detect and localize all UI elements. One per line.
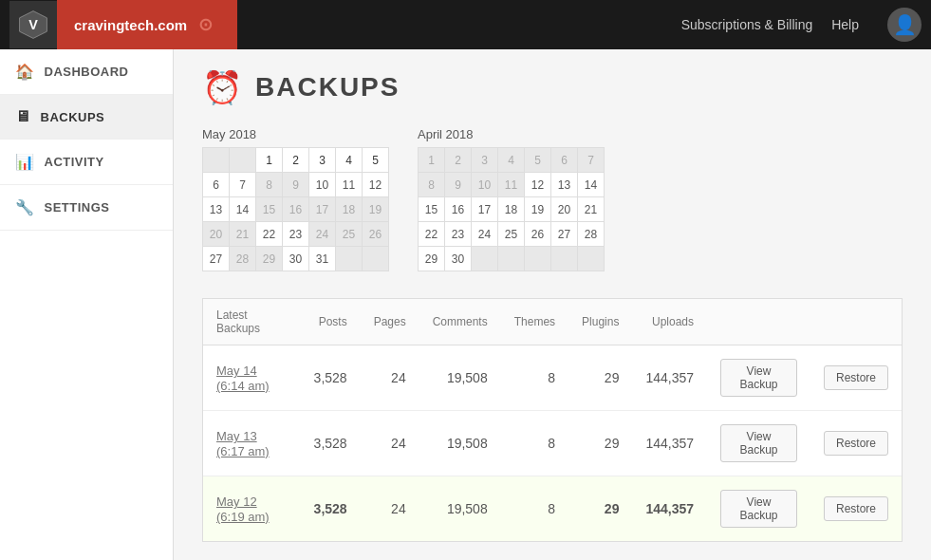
view-backup-cell: View Backup [707, 345, 810, 411]
cal-cell: 13 [203, 197, 230, 222]
restore-button[interactable]: Restore [824, 496, 888, 521]
cal-cell: 3 [309, 148, 336, 173]
cal-cell: 3 [472, 148, 498, 173]
cal-cell: 10 [309, 173, 336, 197]
cal-row: 20 21 22 23 24 25 26 [203, 222, 389, 247]
restore-button[interactable]: Restore [824, 365, 888, 390]
cal-cell [336, 247, 363, 271]
sidebar-item-activity[interactable]: 📊 ACTIVITY [0, 140, 173, 185]
col-comments: Comments [419, 299, 501, 345]
backup-date: May 12 (6:19 am) [203, 476, 301, 542]
view-backup-button[interactable]: View Backup [720, 424, 797, 462]
cal-cell: 30 [445, 247, 472, 271]
cal-cell: 20 [203, 222, 230, 247]
backup-table: Latest Backups Posts Pages Comments Them… [203, 299, 902, 541]
cal-row: 6 7 8 9 10 11 12 [203, 173, 389, 197]
backup-date-link[interactable]: May 12 (6:19 am) [216, 495, 270, 524]
backup-date: May 14 (6:14 am) [203, 345, 301, 411]
posts-cell: 3,528 [301, 411, 361, 476]
cal-cell [363, 247, 389, 271]
comments-cell: 19,508 [419, 345, 501, 411]
sidebar: 🏠 DASHBOARD 🖥 BACKUPS 📊 ACTIVITY 🔧 SETTI… [0, 49, 174, 560]
view-backup-cell: View Backup [707, 411, 810, 476]
cal-cell: 5 [525, 148, 551, 173]
view-backup-cell: View Backup [707, 476, 810, 542]
may-label: May 2018 [202, 127, 389, 141]
uploads-cell-highlighted: 144,357 [632, 476, 707, 542]
cal-row: 27 28 29 30 31 [203, 247, 389, 271]
sidebar-item-backups[interactable]: 🖥 BACKUPS [0, 95, 173, 140]
activity-icon: 📊 [15, 153, 35, 171]
uploads-cell: 144,357 [632, 411, 707, 476]
cal-cell: 7 [578, 148, 605, 173]
col-latest-backups: Latest Backups [203, 299, 301, 345]
restore-button[interactable]: Restore [824, 431, 888, 456]
pages-cell: 24 [361, 411, 419, 476]
cal-row: 15 16 17 18 19 20 21 [419, 197, 605, 222]
logo[interactable]: V [9, 1, 57, 48]
col-posts: Posts [301, 299, 361, 345]
cal-cell: 21 [230, 222, 256, 247]
cal-cell: 14 [578, 173, 605, 197]
backup-table-wrap: Latest Backups Posts Pages Comments Them… [202, 298, 903, 542]
may-calendar-table: 1 2 3 4 5 6 7 8 9 10 11 [202, 147, 389, 271]
cal-cell [203, 148, 230, 173]
cal-cell: 6 [551, 148, 578, 173]
backup-date-link[interactable]: May 13 (6:17 am) [216, 429, 270, 458]
sidebar-item-label: BACKUPS [41, 110, 105, 124]
cal-cell: 4 [336, 148, 363, 173]
cal-cell: 25 [336, 222, 363, 247]
restore-cell: Restore [810, 411, 902, 476]
cal-cell: 30 [283, 247, 309, 271]
cal-cell: 29 [419, 247, 445, 271]
table-row: May 12 (6:19 am) 3,528 24 19,508 8 29 14… [203, 476, 902, 542]
cal-cell: 16 [445, 197, 472, 222]
sidebar-item-label: DASHBOARD [45, 65, 129, 79]
cal-cell [472, 247, 498, 271]
subscriptions-billing-link[interactable]: Subscriptions & Billing [681, 17, 813, 32]
cal-row: 22 23 24 25 26 27 28 [419, 222, 605, 247]
view-backup-button[interactable]: View Backup [720, 359, 797, 397]
cal-cell [230, 148, 256, 173]
help-link[interactable]: Help [831, 17, 859, 32]
cal-row: 1 2 3 4 5 [203, 148, 389, 173]
page-icon: ⏰ [202, 68, 242, 106]
header: V cravingtech.com ⊙ Subscriptions & Bill… [0, 0, 931, 49]
cal-cell: 9 [445, 173, 472, 197]
backup-date-link[interactable]: May 14 (6:14 am) [216, 364, 270, 393]
page-header: ⏰ BACKUPS [202, 68, 903, 106]
cal-cell: 4 [498, 148, 525, 173]
cal-cell: 21 [578, 197, 605, 222]
cal-cell: 29 [256, 247, 283, 271]
themes-cell: 8 [501, 411, 568, 476]
site-refresh-icon: ⊙ [198, 14, 213, 35]
sidebar-item-dashboard[interactable]: 🏠 DASHBOARD [0, 49, 173, 95]
cal-cell [525, 247, 551, 271]
cal-cell: 11 [498, 173, 525, 197]
cal-cell: 22 [256, 222, 283, 247]
calendars: May 2018 1 2 3 4 5 6 [202, 127, 903, 271]
cal-cell: 6 [203, 173, 230, 197]
site-name-text: cravingtech.com [74, 17, 187, 33]
cal-cell: 18 [336, 197, 363, 222]
avatar[interactable]: 👤 [887, 8, 922, 42]
table-header-row: Latest Backups Posts Pages Comments Them… [203, 299, 902, 345]
cal-cell: 27 [551, 222, 578, 247]
view-backup-button[interactable]: View Backup [720, 490, 797, 528]
cal-cell: 15 [419, 197, 445, 222]
cal-cell [498, 247, 525, 271]
comments-cell: 19,508 [419, 476, 501, 542]
site-name-header[interactable]: cravingtech.com ⊙ [57, 0, 237, 49]
cal-cell: 8 [256, 173, 283, 197]
plugins-cell: 29 [568, 345, 632, 411]
header-nav: Subscriptions & Billing Help 👤 [681, 8, 922, 42]
cal-cell: 12 [525, 173, 551, 197]
pages-cell: 24 [361, 345, 419, 411]
cal-cell: 13 [551, 173, 578, 197]
cal-cell: 26 [525, 222, 551, 247]
posts-cell: 3,528 [301, 345, 361, 411]
col-plugins: Plugins [568, 299, 632, 345]
sidebar-item-label: ACTIVITY [45, 155, 104, 169]
table-row: May 14 (6:14 am) 3,528 24 19,508 8 29 14… [203, 345, 902, 411]
sidebar-item-settings[interactable]: 🔧 SETTINGS [0, 185, 173, 231]
